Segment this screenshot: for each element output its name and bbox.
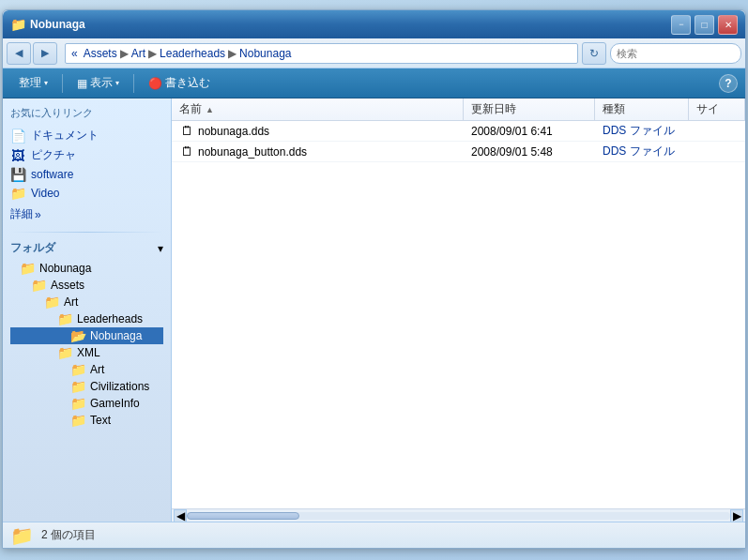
search-input[interactable] (617, 48, 746, 59)
main-content: お気に入りリンク 📄 ドキュメント 🖼 ピクチャ 💾 software 📁 Vi… (3, 98, 745, 522)
software-icon: 💾 (10, 167, 25, 182)
tree-item-nobunaga-root[interactable]: 📁 Nobunaga (10, 260, 163, 277)
organize-label: 整理 (19, 75, 41, 91)
file-modified-0: 2008/09/01 6:41 (471, 125, 553, 138)
folder-tree: 📁 Nobunaga 📁 Assets 📁 Art (10, 260, 163, 429)
panel-divider (10, 232, 163, 233)
folder-section-header[interactable]: フォルダ ▾ (10, 240, 163, 256)
fav-item-software[interactable]: 💾 software (10, 165, 163, 184)
fav-item-documents[interactable]: 📄 ドキュメント (10, 126, 163, 145)
minimize-button[interactable]: － (671, 15, 691, 35)
tree-folder-icon-5: 📁 (57, 345, 73, 360)
col-header-size[interactable]: サイ (689, 98, 745, 120)
detail-arrow: » (35, 208, 41, 221)
tree-folder-icon-4: 📂 (70, 328, 86, 343)
tree-item-xml[interactable]: 📁 XML (10, 344, 163, 361)
col-header-name[interactable]: 名前 ▲ (172, 98, 464, 120)
hscroll-left-btn[interactable]: ◀ (174, 509, 187, 522)
tree-label-3: Leaderheads (77, 312, 143, 325)
tree-item-assets[interactable]: 📁 Assets (10, 277, 163, 294)
view-arrow: ▾ (115, 79, 119, 87)
file-row-0[interactable]: 🗒 nobunaga.dds 2008/09/01 6:41 DDS ファイル (172, 121, 745, 142)
hscroll-right-btn[interactable]: ▶ (730, 509, 743, 522)
tree-folder-icon-7: 📁 (70, 379, 86, 394)
fav-label-pictures: ピクチャ (31, 147, 76, 163)
forward-button[interactable]: ▶ (33, 42, 57, 65)
maximize-button[interactable]: □ (695, 15, 714, 35)
address-bar: ◀ ▶ « Assets ▶ Art ▶ Leaderheads ▶ Nobun… (3, 38, 745, 68)
back-button[interactable]: ◀ (7, 42, 31, 65)
refresh-button[interactable]: ↻ (582, 42, 606, 65)
hscroll-thumb[interactable] (187, 512, 299, 520)
toolbar-separator-2 (133, 74, 134, 93)
organize-button[interactable]: 整理 ▾ (10, 71, 56, 96)
window-title: Nobunaga (30, 18, 85, 31)
hscroll-track[interactable] (187, 512, 730, 520)
breadcrumb-nav-icon: « (71, 47, 78, 60)
col-name-label: 名前 (179, 101, 202, 117)
tree-label-0: Nobunaga (39, 262, 91, 275)
fav-label-documents: ドキュメント (31, 128, 99, 144)
breadcrumb-assets[interactable]: Assets (84, 47, 117, 60)
file-cell-type-0: DDS ファイル (595, 123, 689, 139)
tree-item-art2[interactable]: 📁 Art (10, 361, 163, 378)
tree-label-9: Text (90, 414, 111, 427)
file-cell-modified-1: 2008/09/01 5:48 (464, 145, 595, 159)
file-cell-name-0: 🗒 nobunaga.dds (172, 124, 464, 139)
nav-buttons: ◀ ▶ (7, 42, 57, 65)
file-cell-modified-0: 2008/09/01 6:41 (464, 125, 595, 138)
breadcrumb-art[interactable]: Art (131, 47, 145, 60)
tree-label-2: Art (64, 295, 78, 309)
fav-label-software: software (31, 168, 73, 181)
col-header-type[interactable]: 種類 (595, 98, 689, 120)
status-text: 2 個の項目 (41, 527, 96, 543)
breadcrumb-bar[interactable]: « Assets ▶ Art ▶ Leaderheads ▶ Nobunaga (65, 43, 578, 64)
col-header-modified[interactable]: 更新日時 (464, 98, 595, 120)
tree-item-gameinfo[interactable]: 📁 GameInfo (10, 395, 163, 412)
detail-label: 詳細 (10, 206, 33, 222)
close-button[interactable]: ✕ (718, 15, 738, 35)
fav-label-video: Video (31, 187, 59, 200)
detail-link[interactable]: 詳細 » (10, 204, 163, 224)
folder-section: フォルダ ▾ 📁 Nobunaga 📁 Assets (3, 236, 171, 522)
breadcrumb-leaderheads[interactable]: Leaderheads (160, 47, 225, 60)
right-panel: 名前 ▲ 更新日時 種類 サイ 🗒 nobunaga.dds (172, 98, 745, 522)
title-bar: 📁 Nobunaga － □ ✕ (3, 10, 745, 38)
help-button[interactable]: ? (719, 74, 738, 93)
tree-item-nobunaga-selected[interactable]: 📂 Nobunaga (10, 327, 163, 344)
fav-item-pictures[interactable]: 🖼 ピクチャ (10, 145, 163, 165)
view-icon: ▦ (77, 77, 87, 90)
view-button[interactable]: ▦ 表示 ▾ (69, 71, 128, 96)
tree-label-6: Art (90, 363, 104, 376)
col-size-label: サイ (696, 101, 719, 117)
tree-item-civilizations[interactable]: 📁 Civilizations (10, 378, 163, 395)
burn-label: 書き込む (165, 75, 210, 91)
burn-icon: 🔴 (148, 77, 162, 90)
title-controls: － □ ✕ (671, 15, 738, 35)
folder-section-title: フォルダ (10, 240, 55, 256)
title-bar-left: 📁 Nobunaga (10, 17, 85, 32)
fav-item-video[interactable]: 📁 Video (10, 184, 163, 203)
organize-arrow: ▾ (44, 79, 48, 87)
status-bar: 📁 2 個の項目 (3, 522, 745, 548)
folder-section-arrow: ▾ (158, 242, 163, 255)
horizontal-scrollbar[interactable]: ◀ ▶ (172, 508, 745, 522)
tree-folder-icon-6: 📁 (70, 362, 86, 377)
file-list-header: 名前 ▲ 更新日時 種類 サイ (172, 98, 745, 121)
burn-button[interactable]: 🔴 書き込む (140, 71, 219, 96)
status-folder-icon: 📁 (10, 524, 34, 547)
tree-item-art[interactable]: 📁 Art (10, 294, 163, 310)
col-type-label: 種類 (603, 101, 625, 117)
file-list: 🗒 nobunaga.dds 2008/09/01 6:41 DDS ファイル (172, 121, 745, 508)
favorite-links-section: お気に入りリンク 📄 ドキュメント 🖼 ピクチャ 💾 software 📁 Vi… (3, 98, 171, 228)
favorites-header: お気に入りリンク (10, 106, 163, 120)
file-name-1: nobunaga_button.dds (198, 145, 307, 159)
breadcrumb-nobunaga[interactable]: Nobunaga (239, 47, 291, 60)
search-bar[interactable]: 🔍 (610, 43, 741, 64)
tree-label-7: Civilizations (90, 380, 149, 393)
file-row-1[interactable]: 🗒 nobunaga_button.dds 2008/09/01 5:48 DD… (172, 142, 745, 162)
tree-folder-icon-8: 📁 (70, 396, 86, 411)
tree-item-leaderheads[interactable]: 📁 Leaderheads (10, 310, 163, 327)
tree-item-text[interactable]: 📁 Text (10, 412, 163, 429)
file-modified-1: 2008/09/01 5:48 (471, 145, 553, 159)
